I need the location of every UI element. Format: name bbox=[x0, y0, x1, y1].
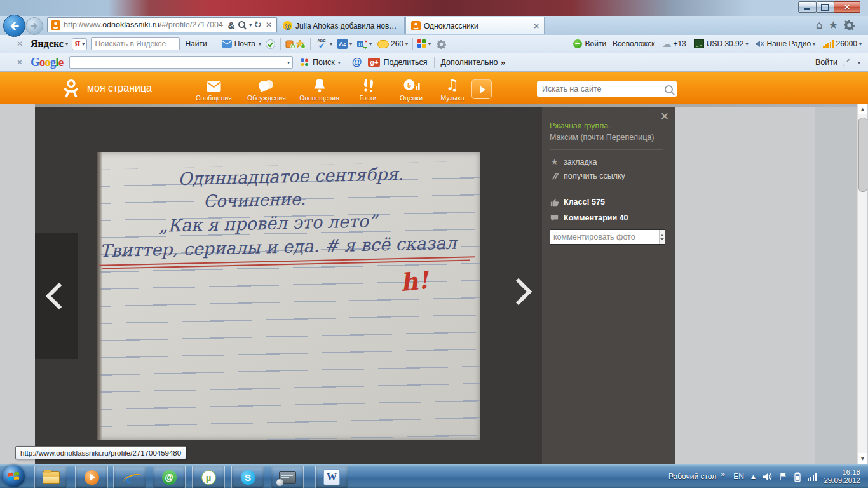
favorites-star-icon[interactable]: ★ bbox=[829, 18, 838, 32]
login-key-icon[interactable] bbox=[573, 39, 582, 48]
address-bar[interactable]: http://www.odnoklassniki.ru/#/profile/27… bbox=[47, 17, 277, 32]
dropdown-caret[interactable]: ▾ bbox=[745, 41, 748, 47]
dropdown-caret[interactable]: ▾ bbox=[859, 41, 862, 47]
toolbar-chevron[interactable]: » bbox=[721, 470, 725, 478]
toolbar-close-icon[interactable]: ✕ bbox=[17, 58, 23, 67]
bookmark-button[interactable]: ★ закладка bbox=[550, 157, 597, 166]
ok-logo-icon[interactable] bbox=[62, 79, 81, 98]
yandex-currency[interactable]: USD 30.92 bbox=[707, 39, 744, 48]
tab-close-icon[interactable]: × bbox=[533, 22, 539, 30]
mailru-at-icon[interactable]: @ bbox=[352, 57, 362, 68]
gplus-icon[interactable]: g+ bbox=[368, 58, 380, 67]
translate-icon[interactable]: Я bbox=[357, 39, 367, 49]
site-search-icon[interactable] bbox=[665, 85, 673, 93]
window-close-button[interactable]: ✕ bbox=[834, 1, 860, 13]
input-stepper[interactable] bbox=[659, 230, 665, 244]
mail-icon[interactable] bbox=[222, 39, 232, 49]
nav-item-music[interactable]: ♫ Музыка bbox=[432, 76, 473, 102]
previous-photo-button[interactable] bbox=[35, 233, 78, 359]
yandex-city-link[interactable]: Всеволожск bbox=[613, 39, 654, 48]
google-more-button[interactable]: Дополнительно bbox=[441, 58, 498, 67]
dropdown-caret[interactable]: ▾ bbox=[405, 41, 408, 47]
yandex-find-button[interactable]: Найти bbox=[185, 39, 207, 48]
google-share-button[interactable]: Поделиться bbox=[383, 58, 427, 67]
address-search-icon[interactable] bbox=[238, 20, 245, 30]
network-signal-icon[interactable] bbox=[808, 473, 817, 481]
scrollbar-thumb[interactable] bbox=[858, 118, 867, 192]
language-indicator[interactable]: EN bbox=[733, 472, 744, 481]
radio-muted-speaker-icon[interactable] bbox=[754, 39, 764, 49]
addon-glyph[interactable]: & bbox=[228, 20, 235, 30]
dropdown-caret[interactable]: ▾ bbox=[338, 60, 341, 65]
start-button[interactable] bbox=[3, 465, 25, 487]
dropdown-caret[interactable]: ▾ bbox=[428, 41, 431, 47]
google-search-input[interactable]: ▾ bbox=[69, 56, 293, 69]
services-icon[interactable] bbox=[266, 39, 276, 49]
comment-input[interactable] bbox=[550, 229, 665, 245]
dropdown-caret[interactable]: ▾ bbox=[813, 41, 815, 47]
next-photo-button[interactable] bbox=[506, 271, 536, 313]
dropdown-caret[interactable]: ▾ bbox=[330, 41, 332, 47]
dropdown-caret[interactable]: ▾ bbox=[858, 60, 860, 65]
back-button[interactable] bbox=[3, 15, 25, 37]
battery-icon[interactable] bbox=[794, 472, 801, 482]
like-button[interactable]: Класс! 575 bbox=[550, 198, 605, 207]
dropdown-caret[interactable]: ▾ bbox=[369, 41, 372, 47]
nav-item-guests[interactable]: Гости bbox=[346, 76, 390, 102]
refresh-icon[interactable]: ↻ bbox=[254, 19, 262, 30]
bookmark-star-icon[interactable] bbox=[295, 39, 306, 49]
taskbar-ie-button[interactable]: e bbox=[113, 466, 146, 488]
my-page-link[interactable]: моя страница bbox=[87, 83, 152, 94]
wrench-icon[interactable] bbox=[842, 58, 851, 67]
stop-icon[interactable]: ✕ bbox=[266, 20, 272, 29]
viewer-close-icon[interactable]: ✕ bbox=[660, 110, 669, 123]
yandex-search-input[interactable] bbox=[91, 37, 180, 50]
nav-item-discussions[interactable]: Обсуждения bbox=[240, 76, 293, 102]
browser-tab-mailru[interactable]: @ Julia Ahokas добавила новую ... bbox=[278, 17, 405, 34]
nav-item-marks[interactable]: 5 Оценки bbox=[390, 76, 432, 102]
address-url[interactable]: http://www.odnoklassniki.ru/#/profile/27… bbox=[64, 20, 226, 29]
dropdown-caret[interactable]: ▾ bbox=[349, 41, 352, 47]
yandex-login-link[interactable]: Войти bbox=[585, 39, 607, 48]
yandex-logo[interactable]: Яндекс bbox=[31, 38, 64, 50]
page-scrollbar[interactable]: ▲ ▼ bbox=[857, 104, 867, 464]
yandex-messages-count[interactable]: 260 bbox=[391, 39, 403, 48]
taskbar-skype-button[interactable]: S bbox=[231, 466, 264, 488]
volume-icon[interactable] bbox=[763, 473, 772, 481]
yandex-traffic[interactable]: 26000 bbox=[836, 39, 857, 48]
spellcheck-icon[interactable]: ABC ✔ bbox=[315, 39, 328, 49]
scroll-up-button[interactable]: ▲ bbox=[858, 104, 867, 114]
comments-button[interactable]: Комментарии 40 bbox=[550, 214, 628, 222]
tray-expand-icon[interactable]: ▲ bbox=[751, 473, 756, 480]
yandex-mail-button[interactable]: Почта bbox=[234, 39, 255, 48]
google-search-button[interactable]: Поиск bbox=[313, 58, 335, 67]
forward-button[interactable] bbox=[25, 17, 43, 35]
window-maximize-button[interactable] bbox=[816, 1, 834, 13]
settings-gear-icon[interactable] bbox=[844, 20, 855, 30]
google-search-icon[interactable] bbox=[299, 57, 309, 67]
nav-item-alerts[interactable]: Оповещения bbox=[293, 76, 346, 102]
more-chevron[interactable]: » bbox=[500, 58, 505, 67]
group-link[interactable]: Ржачная группа. bbox=[550, 121, 611, 130]
browser-tab-odnoklassniki[interactable]: Одноклассники × bbox=[405, 17, 545, 34]
site-search-input[interactable] bbox=[541, 84, 665, 94]
dropdown-caret[interactable]: ▾ bbox=[259, 41, 261, 47]
nav-item-messages[interactable]: Сообщения bbox=[187, 76, 240, 102]
home-icon[interactable]: ⌂ bbox=[816, 18, 823, 32]
photo-image[interactable]: Одиннадцатое сентября. Сочинение. „Как я… bbox=[97, 152, 480, 440]
save-page-icon[interactable] bbox=[285, 39, 295, 49]
taskbar-system-tool-button[interactable] bbox=[271, 466, 304, 488]
google-login-link[interactable]: Войти bbox=[815, 58, 837, 67]
taskbar-utorrent-button[interactable]: µ bbox=[192, 466, 225, 488]
yandex-ya-button[interactable]: Я▾ bbox=[72, 38, 87, 50]
dictionary-icon[interactable]: Аz bbox=[337, 39, 348, 49]
taskbar-word-button[interactable]: W bbox=[315, 466, 348, 488]
player-play-button[interactable] bbox=[471, 79, 492, 99]
site-search-box[interactable] bbox=[537, 81, 677, 97]
taskbar-explorer-button[interactable] bbox=[34, 466, 67, 488]
taskbar-mailru-agent-button[interactable]: @ bbox=[153, 466, 186, 488]
yandex-radio[interactable]: Наше Радио bbox=[766, 39, 811, 48]
dropdown-caret[interactable]: ▾ bbox=[249, 22, 252, 28]
yandex-temperature[interactable]: +13 bbox=[673, 39, 686, 48]
toolbar-close-icon[interactable]: ✕ bbox=[17, 39, 23, 48]
